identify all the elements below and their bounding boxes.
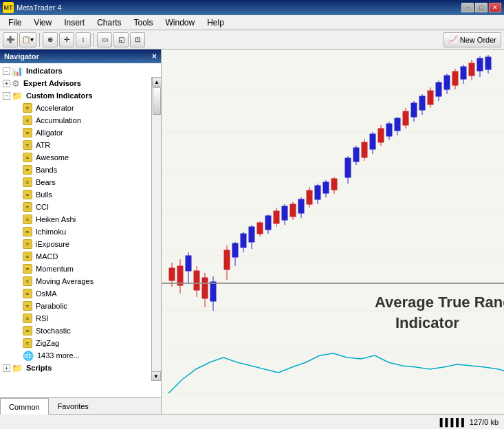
indicator-icon-11: ≈ [23, 202, 32, 212]
tree-item-9[interactable]: ≈Bears [0, 176, 161, 188]
menu-item-insert[interactable]: Insert [58, 16, 90, 29]
tree-item-21[interactable]: ≈Stochastic [0, 324, 161, 337]
tree-label-11: CCI [36, 203, 49, 211]
indicator-icon-3: ≈ [23, 103, 32, 113]
indicator-icon-15: ≈ [23, 252, 32, 261]
navigator-panel: Navigator × −📊Indicators+⚙Expert Advisor… [0, 50, 162, 414]
toolbar-btn-4[interactable]: ✛ [59, 32, 74, 47]
menu-item-file[interactable]: File [3, 16, 27, 29]
svg-rect-83 [477, 58, 483, 71]
navigator-title: Navigator [4, 52, 39, 60]
tree-toggle-2[interactable]: − [3, 92, 10, 100]
menu-item-charts[interactable]: Charts [91, 16, 127, 29]
folder-icon-24: 📁 [12, 363, 23, 373]
svg-rect-17 [194, 271, 199, 290]
indicator-icon-4: ≈ [23, 116, 32, 125]
toolbar-btn-3[interactable]: ⊕ [43, 32, 58, 47]
tree-label-5: Alligator [36, 129, 63, 137]
tree-item-17[interactable]: ≈Moving Averages [0, 275, 161, 287]
menu-item-view[interactable]: View [28, 16, 57, 29]
tree-item-1[interactable]: +⚙Expert Advisors [0, 77, 161, 89]
navigator-close-button[interactable]: × [152, 52, 157, 61]
tree-item-4[interactable]: ≈Accumulation [0, 114, 161, 126]
toolbar-btn-new[interactable]: ➕ [3, 32, 18, 47]
tree-label-6: ATR [36, 141, 50, 149]
svg-rect-11 [169, 268, 175, 280]
tree-item-18[interactable]: ≈OsMA [0, 287, 161, 300]
status-memory: 127/0 kb [470, 418, 498, 426]
close-button[interactable]: ✕ [489, 3, 501, 12]
indicator-icon-9: ≈ [23, 177, 32, 187]
tree-item-12[interactable]: ≈Heiken Ashi [0, 213, 161, 226]
tree-item-14[interactable]: ≈iExposure [0, 238, 161, 250]
tree-item-7[interactable]: ≈Awesome [0, 151, 161, 164]
svg-rect-31 [257, 223, 263, 234]
more-icon-23: 🌐 [23, 351, 34, 361]
tree-item-0[interactable]: −📊Indicators [0, 65, 161, 77]
tree-label-10: Bulls [36, 190, 52, 199]
svg-rect-0 [162, 50, 504, 414]
tree-item-15[interactable]: ≈MACD [0, 250, 161, 263]
tree-item-23[interactable]: 🌐1433 more... [0, 349, 161, 362]
svg-rect-61 [386, 124, 392, 136]
svg-rect-53 [353, 148, 359, 162]
tree-toggle-1[interactable]: + [3, 80, 10, 87]
toolbar-btn-2[interactable]: 📋▾ [19, 32, 36, 47]
scrollbar-thumb[interactable] [153, 87, 161, 115]
scrollbar-down-button[interactable]: ▼ [151, 371, 161, 381]
svg-rect-43 [307, 190, 312, 204]
indicator-icon-19: ≈ [23, 301, 32, 311]
svg-rect-23 [224, 250, 230, 270]
tree-item-2[interactable]: −📁Custom Indicators [0, 89, 161, 102]
tree-toggle-24[interactable]: + [3, 364, 10, 372]
tree-item-10[interactable]: ≈Bulls [0, 188, 161, 201]
tree-item-20[interactable]: ≈RSI [0, 312, 161, 324]
svg-rect-39 [290, 204, 296, 217]
menu-item-help[interactable]: Help [201, 16, 230, 29]
new-order-icon: 📈 [448, 35, 458, 44]
tree-item-13[interactable]: ≈Ichimoku [0, 226, 161, 238]
tree-label-21: Stochastic [36, 327, 71, 335]
menu-bar: FileViewInsertChartsToolsWindowHelp [0, 15, 504, 30]
toolbar-btn-7[interactable]: ◱ [113, 32, 129, 47]
indicator-icon-8: ≈ [23, 165, 32, 175]
svg-rect-59 [378, 129, 384, 142]
tree-label-14: iExposure [36, 240, 69, 248]
menu-item-window[interactable]: Window [160, 16, 201, 29]
tree-item-11[interactable]: ≈CCI [0, 201, 161, 213]
tree-label-16: Momentum [36, 265, 74, 273]
tree-item-8[interactable]: ≈Bands [0, 164, 161, 176]
tree-item-6[interactable]: ≈ATR [0, 139, 161, 151]
svg-rect-41 [298, 199, 304, 213]
navigator-body: −📊Indicators+⚙Expert Advisors−📁Custom In… [0, 63, 161, 397]
tree-item-22[interactable]: ≈ZigZag [0, 337, 161, 349]
svg-rect-29 [249, 227, 254, 242]
navigator-scrollbar[interactable]: ▲▼ [151, 77, 161, 381]
toolbar-btn-5[interactable]: ↕ [76, 32, 91, 47]
indicator-icon-18: ≈ [23, 289, 32, 298]
tree-item-24[interactable]: +📁Scripts [0, 362, 161, 374]
navigator-scroll[interactable]: −📊Indicators+⚙Expert Advisors−📁Custom In… [0, 63, 161, 397]
minimize-button[interactable]: − [461, 3, 474, 12]
tree-item-16[interactable]: ≈Momentum [0, 263, 161, 275]
tree-toggle-0[interactable]: − [3, 67, 10, 75]
indicator-icon-22: ≈ [23, 338, 32, 348]
tree-label-23: 1433 more... [37, 351, 80, 360]
menu-item-tools[interactable]: Tools [129, 16, 159, 29]
maximize-button[interactable]: □ [475, 3, 487, 12]
tree-item-19[interactable]: ≈Parabolic [0, 300, 161, 312]
toolbar-btn-6[interactable]: ▭ [97, 32, 112, 47]
indicator-icon-12: ≈ [23, 214, 32, 224]
tab-common[interactable]: Common [0, 398, 49, 415]
tree-item-3[interactable]: ≈Accelerator [0, 102, 161, 114]
toolbar-btn-8[interactable]: ⊡ [130, 32, 145, 47]
new-order-button[interactable]: 📈 New Order [443, 32, 501, 47]
tree-item-5[interactable]: ≈Alligator [0, 126, 161, 139]
tab-favorites[interactable]: Favorites [49, 398, 98, 414]
svg-rect-45 [315, 186, 320, 199]
svg-rect-33 [265, 216, 271, 230]
svg-rect-63 [395, 118, 400, 131]
scrollbar-up-button[interactable]: ▲ [152, 77, 161, 87]
chart-area: Average True Range Indicator [162, 50, 504, 414]
title-bar-title: MetaTrader 4 [17, 3, 62, 12]
